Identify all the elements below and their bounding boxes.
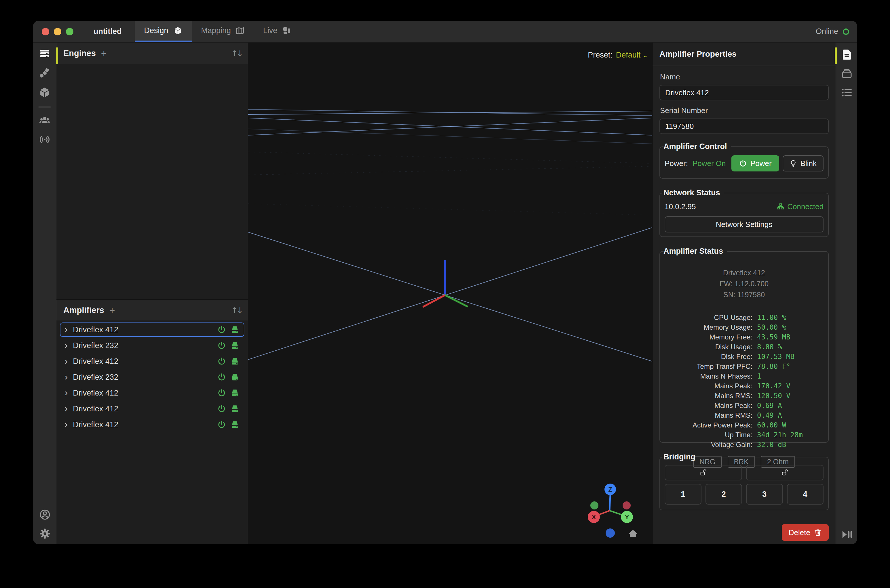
power-icon[interactable] — [217, 326, 226, 334]
close-window-button[interactable] — [42, 28, 49, 35]
bridge-channel-1-button[interactable]: 1 — [664, 484, 702, 505]
status-row: Temp Transf PFC: 78.80 F° — [664, 362, 824, 371]
amp-device-icon[interactable] — [230, 420, 239, 429]
status-row-label: Disk Free: — [664, 352, 752, 362]
add-engine-button[interactable]: + — [101, 48, 107, 58]
status-row-value: 43.59 MB — [752, 333, 824, 342]
cube-icon — [173, 26, 183, 36]
list-view-icon[interactable] — [840, 86, 853, 99]
amp-device-icon[interactable] — [230, 341, 239, 350]
blink-button[interactable]: Blink — [783, 155, 824, 171]
dashboard-icon — [282, 26, 291, 35]
amplifier-row[interactable]: › Driveflex 232 — [60, 370, 244, 384]
tab-mapping[interactable]: Mapping — [192, 21, 254, 42]
chevron-right-icon[interactable]: › — [65, 372, 68, 381]
chevron-right-icon[interactable]: › — [65, 419, 68, 429]
status-row-value: 50.00 % — [752, 323, 824, 332]
power-label: Power: — [664, 159, 688, 168]
add-amplifier-button[interactable]: + — [110, 305, 115, 315]
status-row: Mains Peak: 0.69 A — [664, 401, 824, 411]
bridge-channel-4-button[interactable]: 4 — [787, 484, 824, 505]
preset-selector[interactable]: Preset: Default ⌄ — [588, 51, 648, 60]
chevron-right-icon[interactable]: › — [65, 404, 68, 413]
bridge-lock-1-2-button[interactable] — [664, 465, 742, 480]
axis-z-label: Z — [608, 486, 612, 493]
amp-device-icon[interactable] — [230, 357, 239, 366]
bridge-channel-2-button[interactable]: 2 — [705, 484, 742, 505]
viewport-3d[interactable]: Preset: Default ⌄ Z X Y — [248, 43, 652, 544]
tab-live[interactable]: Live — [254, 21, 301, 42]
amplifier-row-icons — [217, 341, 239, 350]
chevron-right-icon[interactable]: › — [65, 387, 68, 397]
delete-button[interactable]: Delete — [782, 524, 829, 541]
power-icon[interactable] — [217, 388, 226, 397]
amplifier-row[interactable]: › Driveflex 412 — [60, 354, 244, 369]
power-icon[interactable] — [217, 341, 226, 350]
scene-grid — [248, 43, 652, 544]
amplifier-name: Driveflex 232 — [73, 341, 118, 350]
account-icon[interactable] — [38, 508, 51, 521]
amp-device-icon[interactable] — [230, 388, 239, 397]
minimize-window-button[interactable] — [54, 28, 61, 35]
archive-drawer-icon[interactable] — [840, 68, 853, 80]
axis-neg-dot-green[interactable] — [590, 501, 598, 510]
power-button[interactable]: Power — [731, 155, 779, 171]
status-row-label: Mains RMS: — [664, 411, 752, 420]
status-row-label: Memory Usage: — [664, 322, 752, 332]
power-icon[interactable] — [217, 373, 226, 381]
engines-rack-icon[interactable] — [38, 48, 51, 61]
status-row-value: 32.0 dB — [752, 440, 824, 450]
preset-label: Preset: — [588, 51, 612, 60]
amplifier-row[interactable]: › Driveflex 232 — [60, 338, 244, 352]
amplifier-name: Driveflex 232 — [73, 373, 118, 382]
network-settings-button[interactable]: Network Settings — [664, 216, 824, 232]
tab-design[interactable]: Design — [135, 21, 192, 42]
chevron-right-icon[interactable]: › — [65, 356, 68, 366]
amplifier-row[interactable]: › Driveflex 412 — [60, 386, 244, 400]
axis-neg-z-handle[interactable] — [606, 528, 615, 538]
chevron-right-icon[interactable]: › — [65, 324, 68, 334]
amp-device-icon[interactable] — [230, 373, 239, 381]
groups-people-icon[interactable] — [38, 114, 51, 127]
amplifier-row[interactable]: › Driveflex 412 — [60, 322, 244, 337]
amplifier-row[interactable]: › Driveflex 412 — [60, 402, 244, 416]
zoom-window-button[interactable] — [66, 28, 74, 35]
status-row-label: Voltage Gain: — [664, 440, 752, 449]
objects-cube-icon[interactable] — [38, 86, 51, 99]
sort-engines-icon[interactable]: ↑↓ — [232, 49, 242, 58]
amplifiers-list: › Driveflex 412 › Driveflex 232 — [56, 321, 248, 544]
bridge-lock-3-4-button[interactable] — [746, 465, 824, 480]
name-input[interactable] — [660, 85, 829, 100]
home-view-icon[interactable] — [628, 530, 637, 537]
serial-input[interactable] — [660, 118, 829, 134]
chevron-down-icon: ⌄ — [642, 52, 648, 58]
bridge-channels: 1234 — [664, 484, 824, 505]
play-pause-icon[interactable] — [836, 530, 857, 540]
status-row-value: 0.69 A — [752, 401, 824, 411]
status-row: Memory Free: 43.59 MB — [664, 332, 824, 342]
bridge-channel-3-button[interactable]: 3 — [746, 484, 783, 505]
speaker-array-icon[interactable] — [38, 67, 51, 80]
serial-label: Serial Number — [660, 106, 829, 115]
power-icon[interactable] — [217, 405, 226, 413]
status-rows: CPU Usage: 11.00 % Memory Usage: 50.00 %… — [664, 313, 824, 450]
sort-amplifiers-icon[interactable]: ↑↓ — [232, 306, 242, 315]
properties-document-icon[interactable] — [840, 48, 853, 61]
amp-device-icon[interactable] — [230, 405, 239, 413]
amplifier-row[interactable]: › Driveflex 412 — [60, 417, 244, 432]
chevron-right-icon[interactable]: › — [65, 340, 68, 350]
orientation-gizmo[interactable]: Z X Y — [578, 484, 641, 541]
axis-neg-dot-red[interactable] — [622, 501, 631, 510]
status-row-label: CPU Usage: — [664, 313, 752, 322]
power-icon[interactable] — [217, 357, 226, 366]
settings-gear-icon[interactable] — [38, 527, 51, 540]
status-row: Mains Peak: 170.42 V — [664, 381, 824, 391]
status-row: Mains RMS: 120.50 V — [664, 391, 824, 401]
broadcast-icon[interactable] — [38, 133, 51, 146]
power-icon[interactable] — [217, 420, 226, 429]
amplifier-row-icons — [217, 357, 239, 366]
engines-title: Engines — [63, 49, 96, 58]
status-row-value: 60.00 W — [752, 421, 824, 430]
online-status: Online — [816, 21, 857, 42]
amp-device-icon[interactable] — [230, 326, 239, 334]
